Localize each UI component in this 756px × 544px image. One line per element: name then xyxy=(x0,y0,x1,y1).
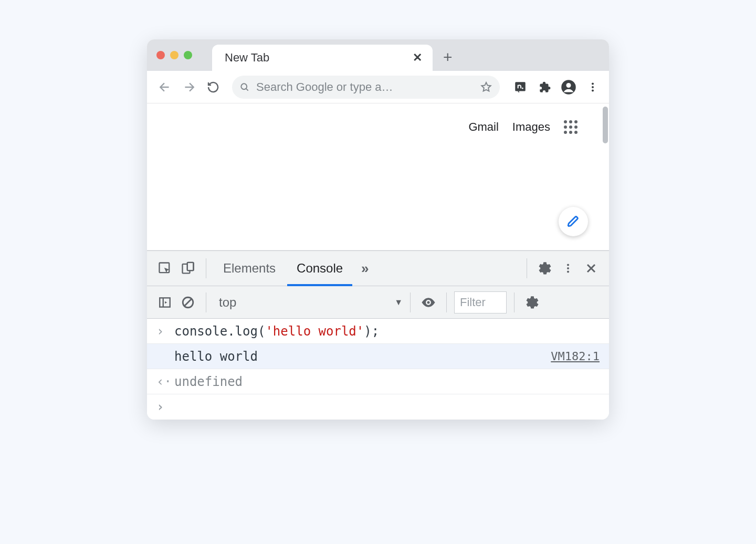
browser-menu-button[interactable] xyxy=(584,78,602,96)
separator xyxy=(514,292,514,312)
svg-point-7 xyxy=(592,89,594,91)
separator xyxy=(206,292,206,312)
svg-point-13 xyxy=(567,267,569,269)
close-tab-icon[interactable]: ✕ xyxy=(413,51,422,65)
arrow-right-icon xyxy=(182,80,196,94)
google-apps-button[interactable] xyxy=(564,120,578,134)
chevron-right-icon: › xyxy=(156,324,174,339)
svg-point-5 xyxy=(592,82,594,85)
svg-point-12 xyxy=(567,264,569,266)
separator xyxy=(410,292,411,312)
extension-hypothesis-icon[interactable] xyxy=(511,78,529,96)
link-images[interactable]: Images xyxy=(512,120,550,134)
device-toolbar-button[interactable] xyxy=(177,258,198,279)
console-input-row[interactable]: › console.log('hello world'); xyxy=(147,319,609,344)
log-source-link[interactable]: VM182:1 xyxy=(551,350,600,363)
clear-icon xyxy=(181,296,195,309)
tab-title: New Tab xyxy=(225,51,269,65)
browser-tab[interactable]: New Tab ✕ xyxy=(212,45,433,71)
reload-button[interactable] xyxy=(203,77,224,98)
eye-icon xyxy=(421,295,436,310)
sidebar-icon xyxy=(158,296,172,309)
console-return-row: ‹· undefined xyxy=(147,369,609,394)
reload-icon xyxy=(207,81,219,93)
scrollbar-thumb[interactable] xyxy=(603,107,608,143)
devtools-menu-button[interactable] xyxy=(558,258,579,279)
kebab-icon xyxy=(587,81,598,93)
close-icon xyxy=(585,262,597,275)
prompt-chevron-icon: › xyxy=(156,400,174,414)
console-settings-button[interactable] xyxy=(522,292,543,313)
bookmark-star-icon[interactable] xyxy=(480,81,492,93)
log-message: hello world xyxy=(174,349,258,364)
window-zoom-button[interactable] xyxy=(184,51,192,59)
customize-fab[interactable] xyxy=(559,207,588,236)
kebab-icon xyxy=(562,263,574,274)
devtools-tabbar: Elements Console » xyxy=(147,250,609,286)
separator xyxy=(527,258,527,278)
arrow-left-icon xyxy=(158,80,172,94)
pencil-icon xyxy=(566,215,580,228)
newtab-header-links: Gmail Images xyxy=(468,120,578,134)
window-minimize-button[interactable] xyxy=(170,51,178,59)
svg-point-14 xyxy=(567,270,569,273)
account-icon xyxy=(561,79,576,95)
return-arrow-icon: ‹· xyxy=(156,374,174,389)
back-button[interactable] xyxy=(154,77,175,98)
svg-point-6 xyxy=(592,86,594,88)
svg-point-0 xyxy=(241,83,247,89)
extensions-button[interactable] xyxy=(536,78,553,96)
execution-context-selector[interactable]: top ▼ xyxy=(214,295,403,310)
return-value: undefined xyxy=(174,374,243,389)
gear-icon xyxy=(538,261,552,276)
clear-console-button[interactable] xyxy=(177,292,198,313)
console-sidebar-toggle[interactable] xyxy=(154,292,175,313)
separator xyxy=(206,258,206,278)
svg-rect-10 xyxy=(187,263,194,270)
live-expression-button[interactable] xyxy=(418,292,439,313)
context-label: top xyxy=(219,295,236,310)
window-controls xyxy=(156,51,192,59)
code-token: ); xyxy=(364,324,379,339)
page-viewport: Gmail Images xyxy=(147,103,609,250)
tab-elements[interactable]: Elements xyxy=(214,251,285,286)
profile-button[interactable] xyxy=(560,78,578,96)
puzzle-icon xyxy=(538,80,551,94)
omnibox-placeholder: Search Google or type a… xyxy=(256,80,474,94)
inspect-icon xyxy=(158,261,172,276)
link-gmail[interactable]: Gmail xyxy=(468,120,498,134)
svg-rect-8 xyxy=(160,263,170,273)
tab-console[interactable]: Console xyxy=(287,251,352,286)
devtools-settings-button[interactable] xyxy=(534,258,555,279)
browser-toolbar: Search Google or type a… xyxy=(147,71,609,103)
annotation-icon xyxy=(513,80,527,94)
search-icon xyxy=(239,82,250,92)
gear-icon xyxy=(525,295,540,310)
responsive-icon xyxy=(181,261,195,276)
code-string-token: 'hello world' xyxy=(265,324,364,339)
browser-window: New Tab ✕ + Search Google or type a… xyxy=(147,39,609,420)
console-prompt-row[interactable]: › xyxy=(147,394,609,420)
console-filter-input[interactable]: Filter xyxy=(454,291,507,313)
window-close-button[interactable] xyxy=(156,51,165,59)
separator xyxy=(446,292,447,312)
svg-point-4 xyxy=(566,83,571,88)
chevron-down-icon: ▼ xyxy=(394,298,403,307)
code-token: console.log( xyxy=(174,324,265,339)
inspect-element-button[interactable] xyxy=(154,258,175,279)
console-log-row: hello world VM182:1 xyxy=(147,344,609,369)
svg-point-17 xyxy=(427,301,430,304)
console-toolbar: top ▼ Filter xyxy=(147,286,609,319)
filter-placeholder: Filter xyxy=(460,296,486,309)
devtools-close-button[interactable] xyxy=(581,258,602,279)
tab-strip: New Tab ✕ + xyxy=(147,39,609,71)
svg-point-2 xyxy=(522,87,523,89)
console-output: › console.log('hello world'); hello worl… xyxy=(147,319,609,420)
forward-button[interactable] xyxy=(178,77,200,98)
new-tab-button[interactable]: + xyxy=(443,48,453,66)
more-tabs-button[interactable]: » xyxy=(354,258,375,279)
omnibox[interactable]: Search Google or type a… xyxy=(232,76,500,99)
